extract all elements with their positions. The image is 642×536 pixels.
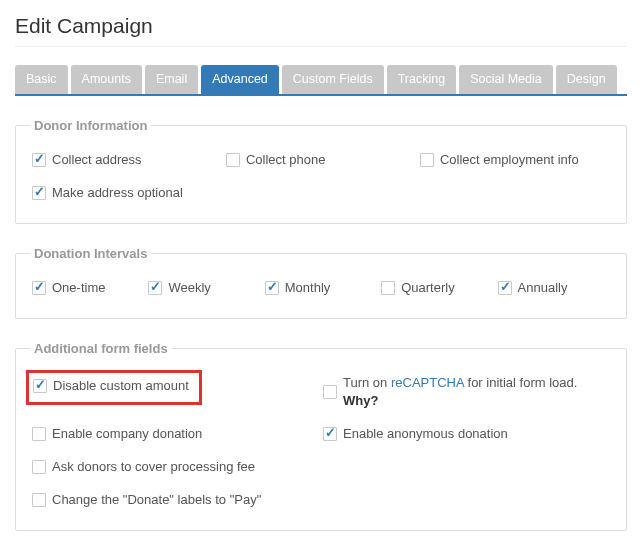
tab-basic[interactable]: Basic (15, 65, 68, 94)
checkbox-monthly[interactable]: Monthly (265, 279, 331, 297)
checkbox-icon (265, 281, 279, 295)
checkbox-collect-phone[interactable]: Collect phone (226, 151, 326, 169)
checkbox-label: Quarterly (401, 279, 454, 297)
tab-design[interactable]: Design (556, 65, 617, 94)
checkbox-collect-employment[interactable]: Collect employment info (420, 151, 579, 169)
page-title: Edit Campaign (15, 14, 627, 38)
checkbox-change-donate-to-pay[interactable]: Change the "Donate" labels to "Pay" (32, 491, 261, 509)
tab-social-media[interactable]: Social Media (459, 65, 553, 94)
checkbox-icon (381, 281, 395, 295)
checkbox-label: Collect employment info (440, 151, 579, 169)
checkbox-annually[interactable]: Annually (498, 279, 568, 297)
checkbox-icon (32, 281, 46, 295)
group-donation-intervals: Donation Intervals One-time Weekly Month… (15, 246, 627, 319)
checkbox-enable-company-donation[interactable]: Enable company donation (32, 425, 202, 443)
checkbox-icon (32, 153, 46, 167)
link-recaptcha-why[interactable]: Why? (343, 393, 378, 408)
checkbox-label: Weekly (168, 279, 210, 297)
checkbox-icon (420, 153, 434, 167)
checkbox-label: Make address optional (52, 184, 183, 202)
checkbox-icon (226, 153, 240, 167)
checkbox-recaptcha[interactable]: Turn on reCAPTCHA for initial form load.… (323, 374, 610, 410)
checkbox-collect-address[interactable]: Collect address (32, 151, 142, 169)
checkbox-quarterly[interactable]: Quarterly (381, 279, 454, 297)
group-legend: Donation Intervals (30, 246, 151, 261)
checkbox-label: Collect phone (246, 151, 326, 169)
checkbox-label: Change the "Donate" labels to "Pay" (52, 491, 261, 509)
checkbox-icon (323, 427, 337, 441)
group-legend: Additional form fields (30, 341, 172, 356)
group-legend: Donor Information (30, 118, 151, 133)
checkbox-icon (148, 281, 162, 295)
checkbox-label: Collect address (52, 151, 142, 169)
tabs-bar: Basic Amounts Email Advanced Custom Fiel… (15, 65, 627, 96)
group-donor-information: Donor Information Collect address Collec… (15, 118, 627, 224)
checkbox-icon (323, 385, 337, 399)
checkbox-one-time[interactable]: One-time (32, 279, 105, 297)
checkbox-label: Turn on reCAPTCHA for initial form load.… (343, 374, 610, 410)
checkbox-label: Enable company donation (52, 425, 202, 443)
checkbox-disable-custom-amount[interactable]: Disable custom amount (33, 377, 189, 395)
checkbox-icon (33, 379, 47, 393)
checkbox-icon (32, 186, 46, 200)
highlight-disable-custom-amount: Disable custom amount (26, 370, 202, 405)
tab-amounts[interactable]: Amounts (71, 65, 142, 94)
checkbox-icon (32, 493, 46, 507)
checkbox-label: Annually (518, 279, 568, 297)
checkbox-label: Enable anonymous donation (343, 425, 508, 443)
checkbox-icon (32, 460, 46, 474)
tab-tracking[interactable]: Tracking (387, 65, 456, 94)
checkbox-address-optional[interactable]: Make address optional (32, 184, 183, 202)
group-additional-form-fields: Additional form fields Disable custom am… (15, 341, 627, 531)
link-recaptcha[interactable]: reCAPTCHA (391, 375, 464, 390)
checkbox-label: One-time (52, 279, 105, 297)
tab-advanced[interactable]: Advanced (201, 65, 279, 94)
checkbox-label: Ask donors to cover processing fee (52, 458, 255, 476)
tab-email[interactable]: Email (145, 65, 198, 94)
checkbox-label: Disable custom amount (53, 377, 189, 395)
checkbox-enable-anonymous-donation[interactable]: Enable anonymous donation (323, 425, 508, 443)
checkbox-label: Monthly (285, 279, 331, 297)
checkbox-icon (32, 427, 46, 441)
divider (15, 46, 627, 47)
checkbox-cover-processing-fee[interactable]: Ask donors to cover processing fee (32, 458, 255, 476)
tab-custom-fields[interactable]: Custom Fields (282, 65, 384, 94)
checkbox-icon (498, 281, 512, 295)
checkbox-weekly[interactable]: Weekly (148, 279, 210, 297)
